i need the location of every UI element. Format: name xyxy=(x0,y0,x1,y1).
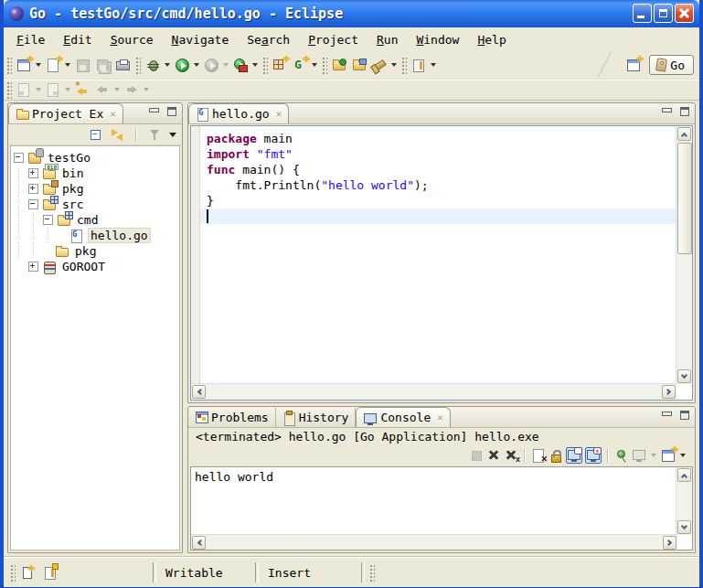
tab-project-explorer[interactable]: Project Ex ✕ xyxy=(8,103,123,123)
forward-dropdown[interactable] xyxy=(144,88,149,91)
scroll-lock-icon[interactable] xyxy=(549,448,563,463)
console-vertical-scrollbar[interactable] xyxy=(676,467,692,535)
editor-horizontal-scrollbar[interactable] xyxy=(191,383,676,400)
editor-vertical-scrollbar[interactable] xyxy=(676,126,692,384)
print-button[interactable] xyxy=(112,53,133,77)
link-with-editor-icon[interactable] xyxy=(111,127,125,142)
menu-project[interactable]: Project xyxy=(299,31,367,48)
new-go-project-button[interactable] xyxy=(270,53,290,77)
new-go-element-button[interactable]: G xyxy=(290,53,310,77)
profile-dropdown[interactable] xyxy=(223,63,229,67)
tree-row[interactable]: cmd xyxy=(11,212,179,228)
explorer-tab-close-icon[interactable]: ✕ xyxy=(110,108,116,120)
expander-minus-icon[interactable] xyxy=(43,215,53,225)
debug-dropdown[interactable] xyxy=(165,63,170,67)
new-go-file-button[interactable] xyxy=(43,53,63,77)
tree-row[interactable]: GOROOT xyxy=(11,259,179,274)
tree-row[interactable]: 010 bin xyxy=(11,166,179,181)
scrollbar-thumb[interactable] xyxy=(677,143,692,254)
view-menu-icon[interactable] xyxy=(169,133,176,137)
console-horizontal-scrollbar[interactable] xyxy=(191,534,677,550)
open-perspective-button[interactable] xyxy=(623,53,644,77)
external-tools-button[interactable] xyxy=(230,53,250,77)
project-tree[interactable]: testGo 010 bin pkg xyxy=(10,145,180,551)
menu-search[interactable]: Search xyxy=(238,31,299,48)
expander-plus-icon[interactable] xyxy=(28,262,38,272)
toggle-mark-dropdown[interactable] xyxy=(431,63,436,67)
back-button[interactable] xyxy=(92,78,112,102)
explorer-minimize-button[interactable] xyxy=(147,107,160,118)
tab-problems[interactable]: Problems xyxy=(188,408,276,427)
explorer-maximize-button[interactable] xyxy=(165,107,178,118)
back-dropdown[interactable] xyxy=(114,88,120,91)
tree-row[interactable]: G hello.go xyxy=(11,228,179,243)
tree-item-label[interactable]: GOROOT xyxy=(60,260,107,273)
editor-minimize-button[interactable] xyxy=(660,107,673,118)
code-area[interactable]: package main import "fmt" func main() { … xyxy=(200,126,676,384)
menu-file[interactable]: File xyxy=(7,31,54,48)
console-tab-close-icon[interactable]: ✕ xyxy=(437,412,443,423)
previous-annotation-button[interactable] xyxy=(43,78,63,102)
expander-minus-icon[interactable] xyxy=(14,153,24,163)
remove-launch-icon[interactable] xyxy=(486,448,501,463)
scroll-up-button[interactable] xyxy=(677,468,691,482)
new-go-file-dropdown[interactable] xyxy=(65,63,70,67)
tree-item-label[interactable]: bin xyxy=(60,166,85,180)
run-dropdown[interactable] xyxy=(194,63,199,67)
console-maximize-button[interactable] xyxy=(678,411,691,422)
tree-item-label[interactable]: src xyxy=(60,198,85,211)
menu-help[interactable]: Help xyxy=(468,31,515,48)
editor-content[interactable]: package main import "fmt" func main() { … xyxy=(190,125,693,401)
save-all-button[interactable] xyxy=(92,53,112,77)
show-stderr-icon[interactable]: x xyxy=(585,447,602,464)
maximize-button[interactable] xyxy=(654,4,673,23)
scroll-down-button[interactable] xyxy=(677,369,691,383)
pin-console-icon[interactable] xyxy=(614,448,629,463)
display-console-dropdown[interactable] xyxy=(651,454,656,457)
scroll-left-button[interactable] xyxy=(192,536,206,550)
expander-minus-icon[interactable] xyxy=(28,199,38,209)
tree-item-label[interactable]: pkg xyxy=(60,182,85,196)
statusbar-grip[interactable] xyxy=(9,563,16,582)
tree-item-label[interactable]: pkg xyxy=(73,244,98,258)
menu-window[interactable]: Window xyxy=(407,31,468,48)
scroll-right-button[interactable] xyxy=(662,385,676,399)
profile-button[interactable] xyxy=(201,53,221,77)
filters-icon[interactable] xyxy=(147,127,162,142)
title-bar[interactable]: Go - testGo/src/cmd/hello.go - Eclipse xyxy=(4,0,699,27)
tree-row[interactable]: pkg xyxy=(11,243,179,259)
last-edit-location-button[interactable]: * xyxy=(72,78,92,102)
toolbar-grip[interactable] xyxy=(321,56,327,74)
show-stdout-icon[interactable] xyxy=(566,447,582,464)
tree-item-label-selected[interactable]: hello.go xyxy=(88,228,151,243)
toolbar-grip[interactable] xyxy=(5,56,12,74)
tree-row[interactable]: src xyxy=(11,197,179,212)
next-annotation-button[interactable] xyxy=(14,78,34,102)
expander-plus-icon[interactable] xyxy=(28,168,38,178)
menu-run[interactable]: Run xyxy=(367,31,407,48)
collapse-all-icon[interactable] xyxy=(89,127,103,142)
scroll-left-button[interactable] xyxy=(192,385,206,399)
menu-edit[interactable]: Edit xyxy=(54,31,101,48)
toolbar-grip[interactable] xyxy=(134,56,141,74)
next-annotation-dropdown[interactable] xyxy=(36,88,41,91)
toolbar-grip[interactable] xyxy=(400,56,407,74)
display-console-icon[interactable] xyxy=(632,448,646,463)
new-wizard-button[interactable] xyxy=(14,53,34,77)
console-minimize-button[interactable] xyxy=(660,411,673,422)
menu-source[interactable]: Source xyxy=(101,31,163,48)
new-go-element-dropdown[interactable] xyxy=(312,63,317,67)
tree-row[interactable]: testGo xyxy=(11,150,179,166)
fast-view-icon[interactable] xyxy=(21,565,36,580)
tree-item-label[interactable]: cmd xyxy=(75,213,100,227)
new-wizard-dropdown[interactable] xyxy=(36,63,41,67)
scroll-right-button[interactable] xyxy=(663,536,676,550)
terminate-icon[interactable] xyxy=(469,448,484,463)
external-tools-dropdown[interactable] xyxy=(252,63,258,67)
debug-button[interactable] xyxy=(143,53,163,77)
show-annotation-icon[interactable] xyxy=(43,565,58,580)
save-button[interactable] xyxy=(72,53,92,77)
open-console-icon[interactable] xyxy=(661,448,676,463)
menu-navigate[interactable]: Navigate xyxy=(163,31,239,48)
run-button[interactable] xyxy=(172,53,192,77)
